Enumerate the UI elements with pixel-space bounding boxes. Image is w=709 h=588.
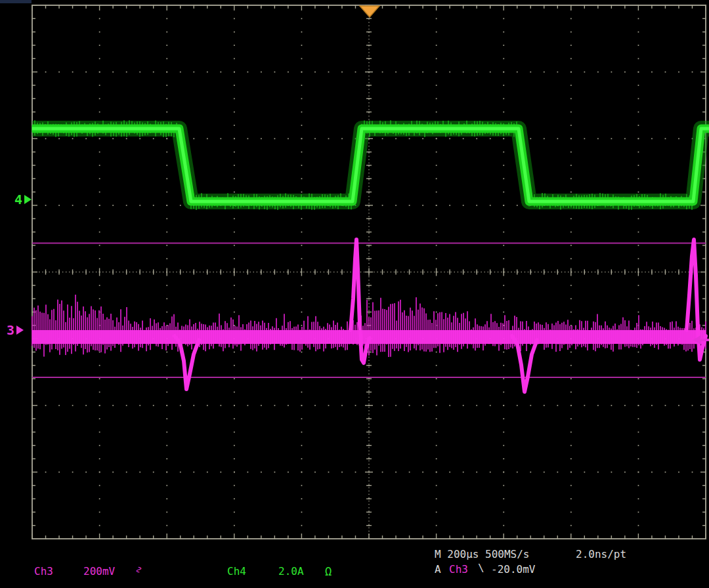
ch3-marker-label: 3 — [7, 326, 14, 335]
ch3-reference-marker[interactable]: 3 — [7, 326, 24, 335]
ch3-trace — [32, 240, 706, 392]
ch3-coupling-icon: ∿ — [135, 564, 143, 575]
resolution-readout: 2.0ns/pt — [576, 548, 626, 560]
ch4-reference-marker[interactable]: 4 — [14, 195, 32, 204]
trigger-level-readout: -20.0mV — [491, 563, 535, 576]
ch4-marker-arrow-icon — [24, 195, 32, 204]
ch4-marker-label: 4 — [14, 195, 22, 204]
ch4-coupling-icon: Ω — [325, 565, 332, 578]
trigger-mode-readout: A — [435, 563, 441, 576]
timebase-readout: M 200µs 500MS/s — [435, 548, 530, 560]
trigger-slope-icon: \ — [478, 562, 484, 574]
ch3-scale-readout: 200mV — [83, 565, 115, 578]
graticule — [32, 5, 706, 539]
ch4-readout-label: Ch4 — [227, 565, 246, 578]
trigger-position-marker[interactable] — [360, 6, 379, 17]
oscilloscope-screen: 4 3 Ch3 200mV ∿ Ch4 2.0A Ω M 200µs 500MS… — [0, 0, 709, 588]
trigger-source-readout: Ch3 — [449, 563, 468, 576]
ch3-readout-label: Ch3 — [34, 565, 53, 578]
ch4-scale-readout: 2.0A — [278, 565, 304, 578]
ch3-marker-arrow-icon — [16, 326, 24, 335]
waveform-display — [0, 0, 709, 588]
